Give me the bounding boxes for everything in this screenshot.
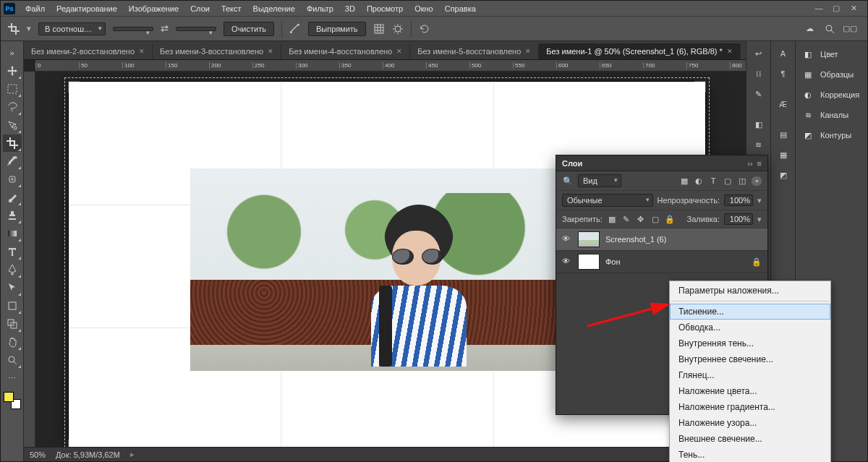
edit-toolbar-icon[interactable]: ⋯	[3, 369, 22, 387]
panel-shortcut-Каналы[interactable]: ≋Каналы	[796, 105, 867, 125]
close-button[interactable]: ✕	[848, 4, 859, 13]
fx-menu-item[interactable]: Внутренняя тень...	[670, 335, 830, 351]
menu-окно[interactable]: Окно	[409, 2, 439, 15]
color-swatches[interactable]	[4, 392, 21, 409]
fx-menu-item[interactable]: Тиснение...	[670, 304, 830, 320]
fx-menu-item[interactable]: Обводка...	[670, 320, 830, 335]
close-tab-icon[interactable]: ✕	[727, 48, 733, 55]
brush-settings-icon[interactable]: ✎	[751, 86, 767, 102]
filter-pixel-icon[interactable]: ▩	[679, 176, 689, 186]
menu-справка[interactable]: Справка	[439, 2, 482, 15]
panel-menu-icon[interactable]: ≡	[757, 159, 762, 168]
history-icon[interactable]: ↩	[751, 46, 767, 61]
foreground-color-swatch[interactable]	[4, 392, 14, 402]
workspace-icon[interactable]: ▢▢	[844, 23, 856, 35]
crop-settings-icon[interactable]	[392, 23, 404, 35]
layer-visibility-icon[interactable]: 👁	[562, 234, 572, 244]
lasso-tool[interactable]	[3, 98, 22, 116]
filter-type-icon[interactable]: T	[708, 176, 718, 186]
menu-файл[interactable]: Файл	[20, 2, 51, 15]
fx-menu-item[interactable]: Внутреннее свечение...	[670, 351, 830, 367]
pen-tool[interactable]	[3, 261, 22, 278]
panel-shortcut-Коррекция[interactable]: ◐Коррекция	[796, 85, 867, 105]
layer-filter-icon[interactable]: 🔍	[562, 175, 574, 187]
layer-visibility-icon[interactable]: 👁	[562, 257, 572, 267]
layer-name[interactable]: Screenshot_1 (6)	[605, 235, 666, 244]
shape-tool[interactable]	[3, 297, 22, 315]
layers-rail-icon[interactable]: ▤	[775, 127, 791, 142]
placed-image[interactable]	[190, 168, 559, 371]
crop-handle-bottom-left[interactable]	[68, 440, 80, 447]
crop-ratio-dropdown[interactable]: В соотнош…	[38, 22, 106, 35]
grid-overlay-icon[interactable]	[373, 23, 385, 35]
adjustments-rail-icon[interactable]: ≋	[751, 137, 767, 153]
reset-crop-icon[interactable]	[419, 23, 430, 35]
layer-row[interactable]: 👁Фон🔒	[556, 251, 767, 273]
fx-menu-item[interactable]: Наложение узора...	[670, 415, 830, 431]
menu-просмотр[interactable]: Просмотр	[361, 2, 409, 15]
fx-menu-item[interactable]: Глянец...	[670, 367, 830, 383]
character-icon[interactable]: A	[775, 46, 791, 61]
layer-style-context-menu[interactable]: Параметры наложения...Тиснение...Обводка…	[669, 281, 831, 462]
layer-row[interactable]: 👁Screenshot_1 (6)	[556, 228, 767, 251]
crop-width-input[interactable]	[113, 27, 153, 31]
menu-слои[interactable]: Слои	[184, 2, 216, 15]
menu-фильтр[interactable]: Фильтр	[301, 2, 339, 15]
layer-thumbnail[interactable]	[578, 231, 600, 247]
close-tab-icon[interactable]: ✕	[396, 48, 402, 55]
document-tab[interactable]: Без имени-3-восстановлено✕	[153, 43, 281, 59]
document-tab[interactable]: Без имени-2-восстановлено✕	[24, 43, 153, 59]
eyedropper-tool[interactable]	[3, 153, 22, 170]
panel-shortcut-Цвет[interactable]: ◧Цвет	[796, 44, 867, 64]
swap-dimensions-icon[interactable]: ⇄	[161, 23, 169, 34]
crop-handle-top-left[interactable]	[68, 81, 80, 93]
document-tab[interactable]: Без имени-5-восстановлено✕	[410, 43, 539, 59]
move-tool[interactable]	[3, 62, 22, 80]
cloud-docs-icon[interactable]: ☁	[804, 23, 815, 35]
maximize-button[interactable]: ▢	[831, 4, 841, 13]
brush-tool[interactable]	[3, 189, 22, 206]
layer-filter-types[interactable]: ▩ ◐ T ▢ ◫ ∘	[679, 176, 762, 186]
fx-menu-item[interactable]: Тень...	[670, 447, 830, 462]
collapse-toolbar-icon[interactable]: »	[3, 44, 22, 61]
clear-button[interactable]: Очистить	[224, 22, 274, 36]
panel-collapse-icon[interactable]: ››	[747, 159, 752, 168]
path-select-tool[interactable]	[3, 279, 22, 296]
close-tab-icon[interactable]: ✕	[139, 48, 145, 55]
filter-smart-icon[interactable]: ◫	[737, 176, 747, 186]
filter-shape-icon[interactable]: ▢	[723, 176, 733, 186]
opacity-input[interactable]: 100%	[724, 194, 753, 206]
panel-shortcut-Образцы[interactable]: ▦Образцы	[796, 64, 867, 85]
fx-menu-item[interactable]: Параметры наложения...	[670, 283, 830, 299]
glyphs-icon[interactable]: Æ	[775, 96, 791, 112]
layer-filter-dropdown[interactable]: Вид	[578, 174, 621, 187]
stamp-tool[interactable]	[3, 207, 22, 224]
paragraph-icon[interactable]: ¶	[775, 66, 791, 82]
menu-3d[interactable]: 3D	[339, 2, 361, 15]
panel-shortcut-Контуры[interactable]: ◩Контуры	[796, 125, 867, 145]
zoom-level[interactable]: 50%	[30, 450, 46, 459]
crop-handle-top-right[interactable]	[694, 81, 706, 93]
menu-выделение[interactable]: Выделение	[247, 2, 301, 15]
fx-menu-item[interactable]: Наложение градиента...	[670, 399, 830, 415]
properties-icon[interactable]: ◧	[751, 116, 767, 132]
close-tab-icon[interactable]: ✕	[268, 48, 273, 55]
type-tool[interactable]	[3, 243, 22, 260]
crop-height-input[interactable]	[176, 27, 216, 31]
layer-name[interactable]: Фон	[605, 257, 621, 266]
menu-изображение[interactable]: Изображение	[123, 2, 184, 15]
healing-tool[interactable]	[3, 171, 22, 188]
channels-rail-icon[interactable]: ▦	[775, 147, 791, 163]
marquee-tool[interactable]	[3, 80, 22, 98]
quick-select-tool[interactable]	[3, 116, 22, 134]
document-tab[interactable]: Без им…✕	[741, 43, 746, 59]
layer-thumbnail[interactable]	[578, 254, 600, 270]
menu-текст[interactable]: Текст	[216, 2, 247, 15]
fx-menu-item[interactable]: Наложение цвета...	[670, 383, 830, 399]
artboard-tool[interactable]	[3, 315, 22, 333]
lock-position-icon[interactable]: ✥	[636, 215, 646, 224]
document-tab[interactable]: Без имени-4-восстановлено✕	[281, 43, 410, 59]
paths-rail-icon[interactable]: ◩	[775, 167, 791, 183]
menu-редактирование[interactable]: Редактирование	[51, 2, 123, 15]
hand-tool[interactable]	[3, 333, 22, 351]
